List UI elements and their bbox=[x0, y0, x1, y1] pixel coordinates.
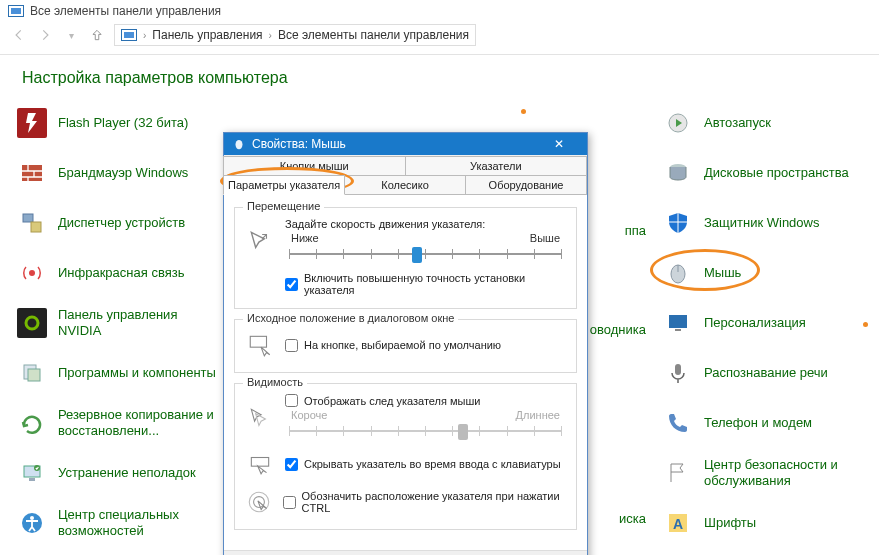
chevron-right-icon: › bbox=[143, 30, 146, 41]
trail-icon bbox=[245, 403, 275, 433]
slider-label-slow: Ниже bbox=[291, 232, 319, 244]
checkbox-label: Скрывать указатель во время ввода с клав… bbox=[304, 458, 561, 470]
svg-rect-26 bbox=[251, 458, 268, 467]
cp-column-left: Flash Player (32 бита) Брандмауэр Window… bbox=[12, 105, 222, 555]
trail-length-slider bbox=[289, 421, 562, 441]
cp-item-flash[interactable]: Flash Player (32 бита) bbox=[12, 105, 222, 141]
cp-item-firewall[interactable]: Брандмауэр Windows bbox=[12, 155, 222, 191]
svg-point-4 bbox=[26, 317, 38, 329]
chevron-right-icon: › bbox=[269, 30, 272, 41]
firewall-icon bbox=[17, 158, 47, 188]
tab-wheel[interactable]: Колесико bbox=[344, 175, 466, 195]
flag-icon bbox=[663, 458, 693, 488]
snap-to-icon bbox=[245, 330, 275, 360]
tab-buttons[interactable]: Кнопки мыши bbox=[223, 156, 406, 176]
slider-label-long: Длиннее bbox=[516, 409, 560, 421]
cp-item-label: Мышь bbox=[704, 265, 741, 281]
backup-icon bbox=[17, 408, 47, 438]
dialog-body: Перемещение Задайте скорость движения ук… bbox=[224, 195, 587, 550]
cp-item-label: Брандмауэр Windows bbox=[58, 165, 188, 181]
cp-item-mouse[interactable]: Мышь bbox=[658, 255, 868, 291]
fonts-icon: A bbox=[663, 508, 693, 538]
window-title-text: Все элементы панели управления bbox=[30, 4, 221, 18]
svg-rect-1 bbox=[23, 214, 33, 222]
svg-point-3 bbox=[29, 270, 35, 276]
slider-label-short: Короче bbox=[291, 409, 327, 421]
svg-point-11 bbox=[30, 516, 34, 520]
cp-item-autoplay[interactable]: Автозапуск bbox=[658, 105, 868, 141]
cp-item-phone[interactable]: Телефон и модем bbox=[658, 405, 868, 441]
breadcrumb-item[interactable]: Все элементы панели управления bbox=[278, 28, 469, 42]
svg-rect-19 bbox=[669, 315, 687, 328]
breadcrumb[interactable]: › Панель управления › Все элементы панел… bbox=[114, 24, 476, 46]
tab-pointer-options[interactable]: Параметры указателя bbox=[223, 175, 345, 195]
cp-item-label: Диспетчер устройств bbox=[58, 215, 185, 231]
svg-rect-0 bbox=[22, 165, 42, 181]
svg-rect-2 bbox=[31, 222, 41, 232]
cp-item-accessibility[interactable]: Центр специальных возможностей bbox=[12, 505, 222, 541]
window-title-bar: Все элементы панели управления bbox=[0, 0, 879, 22]
locate-ctrl-checkbox[interactable] bbox=[283, 496, 296, 509]
nav-recent-icon[interactable]: ▾ bbox=[62, 26, 80, 44]
group-motion: Перемещение Задайте скорость движения ук… bbox=[234, 207, 577, 309]
troubleshoot-icon bbox=[17, 458, 47, 488]
device-manager-icon bbox=[17, 208, 47, 238]
nav-up-icon[interactable] bbox=[88, 26, 106, 44]
close-button[interactable]: ✕ bbox=[539, 137, 579, 151]
group-legend: Видимость bbox=[243, 376, 307, 388]
snap-to-checkbox[interactable] bbox=[285, 339, 298, 352]
cp-item-label: Автозапуск bbox=[704, 115, 771, 131]
cp-item-storage[interactable]: Дисковые пространства bbox=[658, 155, 868, 191]
dialog-tabs: Кнопки мыши Указатели Параметры указател… bbox=[224, 155, 587, 195]
svg-rect-20 bbox=[675, 329, 681, 331]
cp-item-label: Распознавание речи bbox=[704, 365, 828, 381]
hide-pointer-icon bbox=[245, 449, 275, 479]
svg-rect-21 bbox=[675, 364, 681, 375]
nvidia-icon bbox=[17, 308, 47, 338]
cp-column-right: Автозапуск Дисковые пространства Защитни… bbox=[658, 105, 868, 555]
cp-item-label: Телефон и модем bbox=[704, 415, 812, 431]
autoplay-icon bbox=[663, 108, 693, 138]
dialog-titlebar[interactable]: Свойства: Мышь ✕ bbox=[224, 133, 587, 155]
enhance-precision-checkbox[interactable] bbox=[285, 278, 298, 291]
checkbox-label: Обозначить расположение указателя при на… bbox=[302, 490, 566, 514]
cp-item-label: Flash Player (32 бита) bbox=[58, 115, 188, 131]
svg-rect-8 bbox=[29, 478, 35, 481]
pointer-speed-slider[interactable] bbox=[289, 244, 562, 264]
cp-item-nvidia[interactable]: Панель управления NVIDIA bbox=[12, 305, 222, 341]
cp-item-infrared[interactable]: Инфракрасная связь bbox=[12, 255, 222, 291]
programs-icon bbox=[17, 358, 47, 388]
cp-item-fonts[interactable]: A Шрифты bbox=[658, 505, 868, 541]
cp-item-speech[interactable]: Распознавание речи bbox=[658, 355, 868, 391]
nav-back-icon[interactable] bbox=[10, 26, 28, 44]
cp-item-label: Защитник Windows bbox=[704, 215, 819, 231]
cp-item-label: Панель управления NVIDIA bbox=[58, 307, 218, 338]
cp-item-personalization[interactable]: Персонализация bbox=[658, 305, 868, 341]
cp-item-troubleshoot[interactable]: Устранение неполадок bbox=[12, 455, 222, 491]
cp-item-defender[interactable]: Защитник Windows bbox=[658, 205, 868, 241]
cp-item-programs[interactable]: Программы и компоненты bbox=[12, 355, 222, 391]
slider-label-fast: Выше bbox=[530, 232, 560, 244]
pointer-trail-checkbox[interactable] bbox=[285, 394, 298, 407]
nav-forward-icon[interactable] bbox=[36, 26, 54, 44]
group-visibility: Видимость Отображать след указателя мыши… bbox=[234, 383, 577, 530]
breadcrumb-item[interactable]: Панель управления bbox=[152, 28, 262, 42]
hide-pointer-checkbox[interactable] bbox=[285, 458, 298, 471]
page-title: Настройка параметров компьютера bbox=[0, 55, 879, 105]
cp-item-label: Резервное копирование и восстановлени... bbox=[58, 407, 218, 438]
cp-item-label: Инфракрасная связь bbox=[58, 265, 184, 281]
disk-icon bbox=[663, 158, 693, 188]
locate-pointer-icon bbox=[245, 487, 273, 517]
tab-hardware[interactable]: Оборудование bbox=[465, 175, 587, 195]
breadcrumb-icon bbox=[121, 29, 137, 41]
cp-item-security[interactable]: Центр безопасности и обслуживания bbox=[658, 455, 868, 491]
infrared-icon bbox=[17, 258, 47, 288]
control-panel-icon bbox=[8, 5, 24, 17]
tab-pointers[interactable]: Указатели bbox=[405, 156, 588, 176]
checkbox-label: Отображать след указателя мыши bbox=[304, 395, 480, 407]
shield-icon bbox=[663, 208, 693, 238]
cp-item-backup[interactable]: Резервное копирование и восстановлени... bbox=[12, 405, 222, 441]
group-legend: Перемещение bbox=[243, 200, 324, 212]
speed-label: Задайте скорость движения указателя: bbox=[285, 218, 566, 230]
cp-item-devicemgr[interactable]: Диспетчер устройств bbox=[12, 205, 222, 241]
